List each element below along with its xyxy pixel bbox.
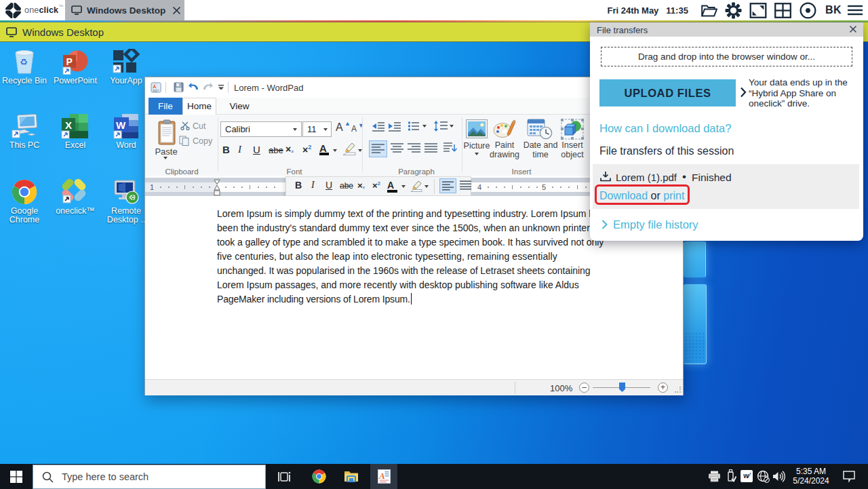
strikethrough-button[interactable]: abe (269, 145, 283, 155)
empty-file-history-link[interactable]: Empty file history (613, 218, 698, 231)
mini-superscript-button[interactable]: ×2 (372, 180, 380, 191)
ruler-tick (560, 187, 561, 188)
wallpaper-speckle (685, 332, 705, 361)
superscript-button[interactable]: ×2 (302, 144, 311, 155)
mini-justify-button[interactable] (460, 180, 471, 193)
desktop-icon-this-pc[interactable]: This PC (0, 112, 50, 150)
zoom-slider-thumb[interactable] (619, 383, 625, 392)
subscript-button[interactable]: ×₂ (285, 144, 294, 155)
cut-label[interactable]: Cut (193, 121, 205, 131)
mini-strikethrough-button[interactable]: abe (340, 181, 353, 191)
menu-icon[interactable] (848, 5, 863, 16)
indent-marker[interactable] (214, 179, 220, 196)
network-globe-icon[interactable] (757, 470, 770, 483)
font-family-select[interactable]: Calibri (220, 121, 302, 137)
increase-indent-icon[interactable] (388, 121, 401, 132)
copy-icon[interactable] (179, 136, 190, 146)
user-initials[interactable]: BK (825, 4, 842, 16)
taskbar-clock[interactable]: 5:35 AM 5/24/2024 (790, 467, 832, 486)
dropzone[interactable]: Drag and drop into the browser window or… (601, 47, 852, 66)
task-view-icon (277, 471, 291, 483)
justify-button[interactable] (425, 143, 437, 153)
insert-picture-button[interactable]: Picture (466, 119, 488, 141)
decrease-indent-icon[interactable] (372, 121, 385, 132)
desktop-icon-google-chrome[interactable]: Google Chrome (0, 178, 50, 224)
desktop-icon-oneclick[interactable]: oneclick™ (50, 178, 101, 216)
paragraph-settings-icon[interactable] (443, 142, 457, 154)
italic-button[interactable]: I (238, 144, 241, 155)
zoom-out-button[interactable]: – (579, 383, 589, 393)
redo-icon[interactable] (202, 81, 214, 93)
mini-align-left-button[interactable] (439, 178, 456, 193)
save-icon[interactable] (174, 82, 184, 92)
oneclick-glyph (60, 178, 90, 205)
mini-highlight-button[interactable] (410, 180, 423, 193)
quick-access-dropdown-icon[interactable] (218, 85, 224, 90)
align-left-button[interactable] (369, 140, 387, 157)
line-spacing-icon[interactable] (433, 120, 448, 132)
underline-button[interactable]: U (253, 144, 260, 155)
mini-underline-button[interactable]: U (326, 180, 332, 191)
list-icon[interactable] (408, 121, 420, 132)
grow-font-button[interactable]: A▲ (336, 121, 343, 134)
desktop-icon-excel[interactable]: X Excel (50, 112, 101, 150)
text-cursor (411, 293, 412, 305)
font-color-button[interactable]: A (319, 142, 329, 155)
font-size-select[interactable]: 11 (302, 121, 332, 137)
action-center-icon[interactable] (843, 471, 855, 482)
mini-italic-button[interactable]: I (311, 180, 315, 191)
tab-home[interactable]: Home (182, 98, 216, 115)
taskbar-explorer-button[interactable] (338, 464, 365, 489)
upload-files-button[interactable]: UPLOAD FILES (599, 79, 736, 106)
cut-icon[interactable] (180, 121, 190, 130)
group-separator (362, 117, 363, 172)
fullscreen-icon[interactable] (749, 3, 767, 18)
mini-subscript-button[interactable]: ×₂ (357, 180, 365, 191)
mini-font-color-button[interactable]: A (387, 180, 397, 193)
session-tab[interactable]: Windows Desktop (65, 0, 184, 20)
close-icon[interactable] (849, 25, 857, 33)
align-center-button[interactable] (391, 143, 403, 153)
date-time-button[interactable]: Date andtime (527, 119, 553, 142)
paste-label: Paste (155, 146, 178, 157)
copy-label[interactable]: Copy (193, 136, 212, 146)
speaker-icon[interactable] (772, 471, 786, 482)
panel-header[interactable]: File transfers (590, 22, 863, 37)
font-group-label: Font (267, 168, 321, 176)
desktop-icon-recycle-bin[interactable]: ♻ Recycle Bin (0, 47, 50, 85)
desktop-icon-powerpoint[interactable]: P PowerPoint (50, 47, 101, 85)
insert-object-button[interactable]: Insertobject (561, 119, 584, 142)
paint-drawing-button[interactable]: Paintdrawing (492, 119, 517, 142)
task-view-button[interactable] (271, 464, 298, 489)
resize-grip[interactable] (675, 387, 682, 393)
align-left-glyph (442, 181, 454, 191)
usb-device-icon[interactable] (726, 469, 736, 484)
record-icon[interactable] (800, 2, 816, 19)
ruler-tick-major (184, 185, 185, 189)
settings-gear-icon[interactable] (725, 2, 742, 19)
files-icon[interactable] (701, 4, 717, 17)
undo-icon[interactable] (187, 81, 199, 93)
shrink-font-button[interactable]: A▼ (351, 124, 357, 134)
start-button[interactable] (0, 464, 33, 489)
taskbar-chrome-button[interactable] (305, 464, 332, 489)
insert-group-label: Insert (494, 168, 549, 176)
highlight-button[interactable] (342, 142, 357, 156)
wacom-tray-icon[interactable]: w⁄ (741, 470, 753, 482)
taskbar-wordpad-button[interactable]: A (370, 464, 397, 489)
font-family-caret (293, 128, 297, 131)
mini-bold-button[interactable]: B (295, 180, 302, 191)
ruler-tick (274, 187, 275, 188)
printer-icon[interactable] (708, 471, 721, 482)
tab-file[interactable]: File (149, 98, 182, 115)
bold-button[interactable]: B (222, 144, 230, 155)
window-grid-icon[interactable] (774, 3, 792, 18)
tab-close-icon[interactable] (172, 6, 181, 15)
how-download-link[interactable]: How can I download data? (599, 122, 731, 135)
tab-view[interactable]: View (224, 98, 255, 115)
zoom-in-button[interactable]: + (658, 383, 668, 393)
align-right-button[interactable] (408, 143, 420, 153)
file-name: Lorem (1).pdf (616, 172, 677, 183)
ruler-number-4: 4 (477, 183, 481, 191)
taskbar-search[interactable]: Type here to search (33, 465, 266, 489)
